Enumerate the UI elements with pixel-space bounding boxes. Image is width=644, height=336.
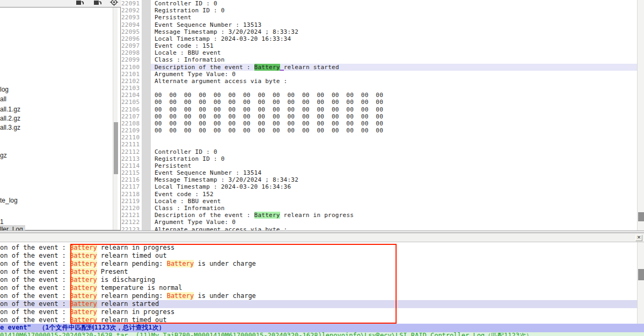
editor-line[interactable]: 22095Message Timestamp : 3/20/2024 ; 8:3… bbox=[121, 28, 637, 35]
editor-line[interactable]: 22117Local Timestamp : 2024-03-20 16:34:… bbox=[121, 183, 637, 190]
editor-line[interactable]: 22111 bbox=[121, 141, 637, 148]
editor-line-text[interactable]: Argument Type Value: 0 bbox=[151, 219, 637, 226]
editor-line-text[interactable]: Persistent bbox=[151, 14, 637, 21]
editor-line-text[interactable]: Argument Type Value: 0 bbox=[151, 71, 637, 78]
editor-line-text[interactable] bbox=[151, 134, 637, 141]
editor-line[interactable]: 2210400 00 00 00 00 00 00 00 00 00 00 00… bbox=[121, 92, 637, 99]
file-list-item[interactable]: all bbox=[0, 95, 9, 103]
file-monitor-icon[interactable] bbox=[75, 0, 85, 6]
file-list-item[interactable]: all.2.gz bbox=[0, 114, 23, 122]
editor-line[interactable]: 22119Locale : BBU event bbox=[121, 198, 637, 205]
editor-line-text[interactable]: Message Timestamp : 3/20/2024 ; 8:34:32 bbox=[151, 176, 637, 183]
editor-line-text[interactable]: Alternate argument access via byte : bbox=[151, 226, 637, 231]
editor-line[interactable]: 2210900 00 00 00 00 00 00 00 00 00 00 00… bbox=[121, 127, 637, 134]
editor-line-text[interactable]: Locale : BBU event bbox=[151, 198, 637, 205]
editor-line[interactable]: 22112Controller ID : 0 bbox=[121, 148, 637, 155]
log-editor[interactable]: 22091Controller ID : 022092Registration … bbox=[121, 0, 637, 230]
editor-line-text[interactable]: 00 00 00 00 00 00 00 00 00 00 00 00 00 0… bbox=[151, 113, 637, 120]
editor-line-text[interactable]: Registration ID : 0 bbox=[151, 155, 637, 162]
editor-line[interactable]: 22094Event Sequence Number : 13513 bbox=[121, 21, 637, 28]
editor-line[interactable]: 22097Event code : 151 bbox=[121, 42, 637, 49]
editor-line[interactable]: 2210500 00 00 00 00 00 00 00 00 00 00 00… bbox=[121, 99, 637, 106]
editor-line[interactable]: 22121Description of the event : Battery … bbox=[121, 212, 637, 219]
editor-line[interactable]: 22115Event Sequence Number : 13514 bbox=[121, 169, 637, 176]
editor-line-text[interactable]: Alternate argument access via byte : bbox=[151, 78, 637, 85]
find-result-row[interactable]: on of the event : Battery relearn in pro… bbox=[0, 308, 637, 316]
editor-line[interactable]: 22100Description of the event : Battery … bbox=[121, 64, 637, 71]
editor-line-text[interactable]: Persistent bbox=[151, 162, 637, 169]
find-result-row[interactable]: on of the event : Battery relearn pendin… bbox=[0, 260, 637, 268]
editor-line-text[interactable]: 00 00 00 00 00 00 00 00 00 00 00 00 00 0… bbox=[151, 106, 637, 113]
find-result-row[interactable]: on of the event : Battery relearn timed … bbox=[0, 316, 637, 324]
editor-line-text[interactable]: Description of the event : Battery relea… bbox=[151, 64, 637, 71]
editor-line[interactable]: 22113Registration ID : 0 bbox=[121, 155, 637, 162]
editor-line[interactable]: 2210700 00 00 00 00 00 00 00 00 00 00 00… bbox=[121, 113, 637, 120]
editor-line-text[interactable] bbox=[151, 85, 637, 92]
editor-line[interactable]: 22092Registration ID : 0 bbox=[121, 7, 637, 14]
editor-line-text[interactable]: Local Timestamp : 2024-03-20 16:33:34 bbox=[151, 35, 637, 42]
editor-line[interactable]: 22098Locale : BBU event bbox=[121, 49, 637, 56]
editor-line[interactable]: 2210600 00 00 00 00 00 00 00 00 00 00 00… bbox=[121, 106, 637, 113]
editor-line-text[interactable] bbox=[151, 141, 637, 148]
results-scrollbar-thumb[interactable] bbox=[638, 269, 644, 280]
find-result-row[interactable]: on of the event : Battery temperature is… bbox=[0, 284, 637, 292]
find-result-row[interactable]: on of the event : Battery Present bbox=[0, 268, 637, 276]
file-monitor-icon-2[interactable] bbox=[92, 0, 103, 6]
editor-line-text[interactable]: Controller ID : 0 bbox=[151, 148, 637, 155]
file-list-item[interactable]: all.1.gz bbox=[0, 105, 23, 113]
find-result-row[interactable]: on of the event : Battery relearn in pro… bbox=[0, 244, 637, 252]
find-result-row[interactable]: on of the event : Battery is discharging bbox=[0, 276, 637, 284]
editor-line[interactable]: 22120Class : Information bbox=[121, 205, 637, 212]
editor-line-text[interactable]: Description of the event : Battery relea… bbox=[151, 212, 637, 219]
file-list-item[interactable]: gz bbox=[0, 151, 9, 159]
editor-line[interactable]: 22099Class : Information bbox=[121, 56, 637, 63]
find-result-row[interactable]: on of the event : Battery relearn timed … bbox=[0, 252, 637, 260]
file-list-item[interactable]: te_log bbox=[0, 196, 20, 204]
editor-line[interactable]: 22110 bbox=[121, 134, 637, 141]
bookmark-margin bbox=[142, 56, 151, 63]
editor-line[interactable]: 22093Persistent bbox=[121, 14, 637, 21]
editor-line[interactable]: 22116Message Timestamp : 3/20/2024 ; 8:3… bbox=[121, 176, 637, 183]
editor-line[interactable]: 22102Alternate argument access via byte … bbox=[121, 78, 637, 85]
editor-line[interactable]: 22096Local Timestamp : 2024-03-20 16:33:… bbox=[121, 35, 637, 42]
results-scrollbar[interactable] bbox=[637, 242, 644, 324]
editor-line[interactable]: 22122Argument Type Value: 0 bbox=[121, 219, 637, 226]
editor-line[interactable]: 22103 bbox=[121, 85, 637, 92]
find-result-row[interactable]: on of the event : Battery relearn starte… bbox=[0, 300, 637, 308]
locate-current-file-icon[interactable] bbox=[108, 0, 119, 6]
editor-line-text[interactable]: Message Timestamp : 3/20/2024 ; 8:33:32 bbox=[151, 28, 637, 35]
find-result-row[interactable]: on of the event : Battery relearn pendin… bbox=[0, 292, 637, 300]
editor-line-text[interactable]: Event Sequence Number : 13513 bbox=[151, 21, 637, 28]
sidebar-scrollbar[interactable] bbox=[113, 8, 118, 230]
editor-line[interactable]: 22123Alternate argument access via byte … bbox=[121, 226, 637, 231]
editor-line[interactable]: 22114Persistent bbox=[121, 162, 637, 169]
editor-line-text[interactable]: Event code : 152 bbox=[151, 191, 637, 198]
editor-scrollbar[interactable] bbox=[637, 0, 644, 230]
file-list-item[interactable]: 1 bbox=[0, 218, 6, 226]
file-list-item[interactable]: log bbox=[0, 85, 11, 93]
search-file-line[interactable]: 01410M617000015-20240320-1628.tar (11)My… bbox=[0, 332, 644, 336]
editor-line[interactable]: 22101Argument Type Value: 0 bbox=[121, 71, 637, 78]
editor-line-text[interactable]: 00 00 00 00 00 00 00 00 00 00 00 00 00 0… bbox=[151, 99, 637, 106]
editor-line-text[interactable]: Locale : BBU event bbox=[151, 49, 637, 56]
sidebar-scrollbar-thumb[interactable] bbox=[114, 122, 118, 174]
editor-line-text[interactable]: Class : Information bbox=[151, 205, 637, 212]
editor-scrollbar-thumb[interactable] bbox=[638, 212, 644, 221]
editor-line-text[interactable]: 00 00 00 00 00 00 00 00 00 00 00 00 00 0… bbox=[151, 92, 637, 99]
editor-line-text[interactable]: 00 00 00 00 00 00 00 00 00 00 00 00 00 0… bbox=[151, 120, 637, 127]
editor-line[interactable]: 22118Event code : 152 bbox=[121, 191, 637, 198]
editor-line[interactable]: 2210800 00 00 00 00 00 00 00 00 00 00 00… bbox=[121, 120, 637, 127]
editor-line[interactable]: 22091Controller ID : 0 bbox=[121, 0, 637, 7]
editor-line-text[interactable]: Event code : 151 bbox=[151, 42, 637, 49]
file-list-item[interactable]: all.3.gz bbox=[0, 123, 23, 131]
editor-line-text[interactable]: 00 00 00 00 00 00 00 00 00 00 00 00 00 0… bbox=[151, 127, 637, 134]
line-number: 22103 bbox=[121, 85, 142, 92]
bookmark-margin bbox=[142, 78, 151, 85]
editor-line-text[interactable]: Event Sequence Number : 13514 bbox=[151, 169, 637, 176]
editor-line-text[interactable]: Registration ID : 0 bbox=[151, 7, 637, 14]
editor-line-text[interactable]: Class : Information bbox=[151, 56, 637, 63]
editor-line-text[interactable]: Local Timestamp : 2024-03-20 16:34:36 bbox=[151, 183, 637, 190]
editor-line-text[interactable]: Controller ID : 0 bbox=[151, 0, 637, 7]
search-summary-line[interactable]: e event" （1个文件中匹配到1123次，总计查找1次） bbox=[0, 324, 644, 332]
close-icon[interactable]: ✕ bbox=[635, 235, 642, 241]
